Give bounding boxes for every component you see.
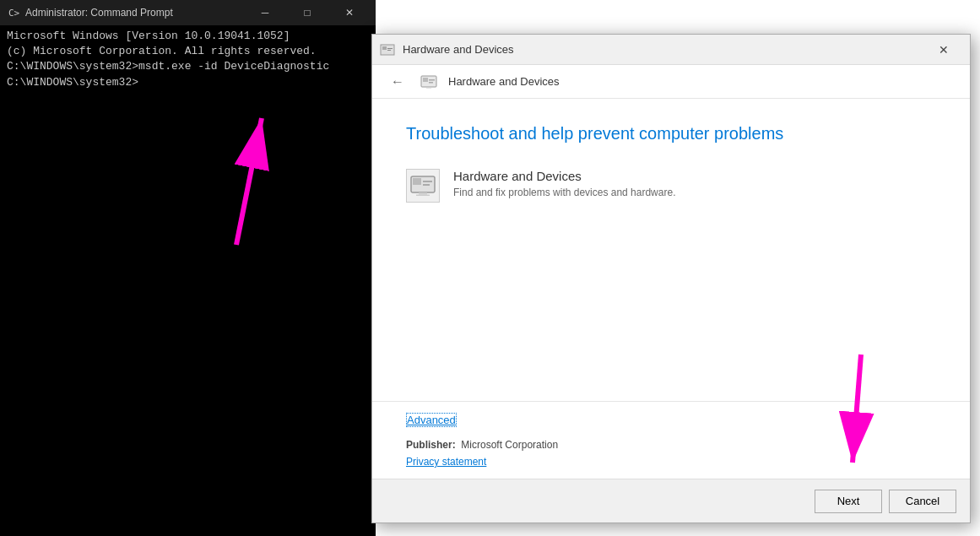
cmd-maximize-button[interactable]: □ bbox=[288, 0, 327, 25]
svg-rect-13 bbox=[423, 181, 432, 182]
dialog-footer-buttons: Next Cancel bbox=[372, 479, 970, 522]
publisher-label: Publisher: bbox=[406, 439, 456, 451]
back-button[interactable]: ← bbox=[386, 70, 409, 94]
svg-rect-3 bbox=[382, 46, 387, 50]
item-desc: Find and fix problems with devices and h… bbox=[453, 187, 675, 198]
dialog-titlebar-controls: ✕ bbox=[924, 37, 963, 62]
dialog-close-button[interactable]: ✕ bbox=[924, 37, 963, 62]
nav-device-icon bbox=[420, 73, 438, 91]
next-button[interactable]: Next bbox=[815, 490, 882, 513]
dialog-nav: ← Hardware and Devices bbox=[372, 65, 970, 99]
svg-rect-12 bbox=[413, 178, 421, 185]
troubleshoot-item: Hardware and Devices Find and fix proble… bbox=[406, 169, 936, 203]
cancel-button[interactable]: Cancel bbox=[889, 490, 956, 513]
cmd-close-button[interactable]: ✕ bbox=[330, 0, 369, 25]
item-device-icon bbox=[406, 169, 440, 203]
cmd-title: Administrator: Command Prompt bbox=[25, 7, 241, 19]
cmd-line-1: Microsoft Windows [Version 10.0.19041.10… bbox=[7, 29, 369, 44]
cmd-line-4: C:\WINDOWS\system32>msdt.exe -id DeviceD… bbox=[7, 59, 369, 74]
svg-rect-7 bbox=[423, 78, 428, 82]
dialog-footer-upper: Advanced Publisher: Microsoft Corporatio… bbox=[372, 401, 970, 479]
dialog-body: Troubleshoot and help prevent computer p… bbox=[372, 99, 970, 401]
item-text: Hardware and Devices Find and fix proble… bbox=[453, 169, 675, 198]
svg-rect-16 bbox=[416, 195, 430, 197]
troubleshoot-heading: Troubleshoot and help prevent computer p… bbox=[406, 124, 936, 143]
dialog-titlebar-icon bbox=[379, 41, 396, 58]
cmd-titlebar: C> Administrator: Command Prompt ─ □ ✕ bbox=[0, 0, 376, 25]
cmd-minimize-button[interactable]: ─ bbox=[246, 0, 284, 25]
troubleshooter-dialog: Hardware and Devices ✕ ← Hardware and De… bbox=[371, 34, 971, 523]
dialog-titlebar-title: Hardware and Devices bbox=[403, 43, 924, 56]
cmd-icon: C> bbox=[7, 6, 20, 19]
item-title: Hardware and Devices bbox=[453, 169, 675, 183]
publisher-value: Microsoft Corporation bbox=[461, 439, 558, 451]
publisher-info: Publisher: Microsoft Corporation bbox=[406, 439, 936, 451]
cmd-content: Microsoft Windows [Version 10.0.19041.10… bbox=[0, 25, 376, 536]
cmd-line-2: (c) Microsoft Corporation. All rights re… bbox=[7, 44, 369, 59]
svg-rect-14 bbox=[423, 184, 430, 186]
svg-rect-5 bbox=[387, 50, 391, 51]
cmd-line-6: C:\WINDOWS\system32> bbox=[7, 75, 369, 90]
nav-title: Hardware and Devices bbox=[448, 75, 560, 88]
svg-rect-9 bbox=[429, 82, 433, 84]
svg-rect-4 bbox=[387, 48, 393, 49]
cmd-window: C> Administrator: Command Prompt ─ □ ✕ M… bbox=[0, 0, 376, 536]
svg-text:C>: C> bbox=[8, 8, 20, 19]
advanced-link[interactable]: Advanced bbox=[406, 413, 457, 427]
privacy-link[interactable]: Privacy statement bbox=[406, 456, 486, 468]
svg-rect-10 bbox=[426, 87, 431, 89]
cmd-controls: ─ □ ✕ bbox=[246, 0, 369, 25]
svg-rect-8 bbox=[429, 79, 435, 81]
dialog-titlebar: Hardware and Devices ✕ bbox=[372, 35, 970, 65]
